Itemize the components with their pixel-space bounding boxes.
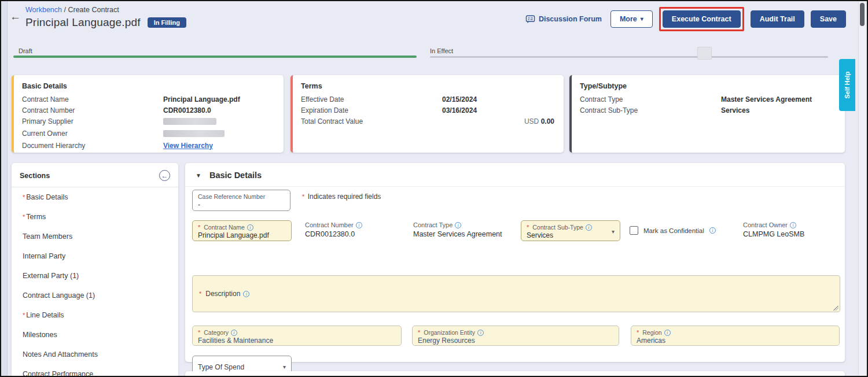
info-icon[interactable]: i — [709, 227, 716, 234]
info-icon[interactable]: i — [664, 330, 671, 336]
discussion-forum-button[interactable]: Discussion Forum — [525, 15, 602, 24]
info-icon[interactable]: i — [231, 330, 237, 336]
field-label: Contract Type — [580, 94, 721, 105]
card-title: Terms — [301, 82, 556, 90]
resize-handle[interactable] — [833, 305, 838, 311]
sidebar-item-external-party[interactable]: External Party (1) — [12, 266, 178, 286]
breadcrumb: Workbench / Create Contract — [25, 6, 119, 14]
field-label: Contract Number — [22, 105, 163, 116]
breadcrumb-workbench[interactable]: Workbench — [25, 6, 62, 14]
chevron-down-icon: ▾ — [612, 228, 615, 235]
page-title: Principal Language.pdf — [25, 16, 141, 29]
description-textarea[interactable]: * Description i — [192, 275, 840, 312]
mark-as-confidential-row: Mark as Confidential i — [630, 226, 716, 235]
app-window: ← Workbench / Create Contract Principal … — [0, 0, 868, 377]
self-help-tab[interactable]: Self Help — [839, 59, 855, 111]
field-label: Contract Sub-Type — [580, 105, 721, 116]
left-edge-strip — [1, 1, 8, 376]
field-label: Contract Name — [22, 94, 163, 105]
sidebar-item-basic-details[interactable]: * Basic Details — [12, 187, 178, 207]
caret-down-icon: ▼ — [196, 172, 201, 179]
progress-bar-in-effect — [430, 56, 828, 58]
basic-details-section: ▼ Basic Details Case Reference Number - … — [185, 163, 845, 362]
summary-card-basic-details: Basic Details Contract Name Principal La… — [12, 75, 284, 153]
field-label: Total Contract Value — [301, 116, 442, 127]
field-value: 02/15/2024 — [442, 94, 556, 105]
sidebar-item-team-members[interactable]: Team Members — [12, 227, 178, 246]
required-fields-note: * Indicates required fields — [302, 193, 381, 201]
sidebar-item-line-details[interactable]: * Line Details — [12, 305, 178, 325]
status-badge: In Filling — [148, 17, 186, 28]
field-label: Current Owner — [22, 128, 163, 141]
region-field[interactable]: * Region i Americas — [631, 326, 840, 346]
category-field[interactable]: * Category i Facilities & Maintenance — [192, 326, 402, 346]
progress-stage-handle[interactable] — [697, 47, 712, 60]
scrollbar-thumb[interactable] — [860, 3, 865, 26]
sidebar-item-contract-performance[interactable]: Contract Performance — [12, 364, 178, 377]
section-header-basic-details[interactable]: ▼ Basic Details — [185, 163, 845, 187]
contract-sub-type-dropdown[interactable]: * Contract Sub-Type i Services ▾ — [521, 220, 620, 241]
view-hierarchy-link[interactable]: View Hierarchy — [163, 141, 275, 151]
summary-card-terms: Terms Effective Date 02/15/2024 Expirati… — [290, 75, 564, 153]
sidebar-item-internal-party[interactable]: Internal Party — [12, 246, 178, 266]
audit-trail-button[interactable]: Audit Trail — [751, 10, 804, 28]
more-button[interactable]: More ▾ — [610, 10, 653, 28]
progress-bar-draft — [13, 56, 417, 58]
vertical-scrollbar[interactable] — [858, 1, 866, 376]
redacted-value — [163, 130, 225, 137]
info-icon[interactable]: i — [790, 222, 796, 228]
breadcrumb-current: Create Contract — [68, 6, 119, 14]
field-value: CDR0012380.0 — [163, 105, 275, 116]
chevron-down-icon: ▾ — [283, 364, 286, 370]
discussion-forum-label: Discussion Forum — [539, 15, 602, 23]
field-label: Expiration Date — [301, 105, 442, 116]
chat-bubble-icon — [525, 15, 535, 24]
field-label: Primary Supplier — [22, 116, 163, 128]
info-icon[interactable]: i — [455, 222, 461, 228]
contract-owner-readonly: Contract Owner i CLMPMG LeoSMB — [743, 221, 804, 238]
toolbar: Discussion Forum More ▾ Execute Contract… — [525, 6, 846, 32]
card-title: Basic Details — [22, 82, 275, 90]
terms-section: ▼ Terms — [185, 371, 845, 377]
back-arrow-icon[interactable]: ← — [10, 10, 21, 23]
chevron-down-icon: ▾ — [641, 16, 643, 22]
sidebar-item-terms[interactable]: * Terms — [12, 207, 178, 227]
contract-name-field[interactable]: * Contract Name i Principal Language.pdf — [192, 220, 292, 241]
field-label: Effective Date — [301, 94, 442, 105]
redacted-value — [163, 118, 216, 125]
section-header-terms[interactable]: ▼ Terms — [185, 371, 845, 377]
field-value: Services — [721, 105, 837, 116]
stage-label-draft: Draft — [19, 47, 32, 54]
field-value: Principal Language.pdf — [163, 94, 275, 105]
breadcrumb-separator: / — [64, 6, 65, 14]
info-icon[interactable]: i — [356, 222, 362, 228]
field-label: Document Hierarchy — [22, 141, 163, 151]
sections-panel-title: Sections — [20, 172, 50, 180]
field-value: Master Services Agreement — [721, 94, 837, 105]
card-title: Type/Subtype — [580, 82, 837, 90]
info-icon[interactable]: i — [243, 291, 249, 297]
save-button[interactable]: Save — [811, 10, 846, 28]
info-icon[interactable]: i — [477, 330, 484, 336]
confidential-checkbox[interactable] — [630, 226, 638, 235]
collapse-panel-icon[interactable]: ← — [159, 170, 170, 181]
field-value: 03/16/2024 — [442, 105, 556, 116]
annotation-highlight-box: Execute Contract — [659, 7, 744, 31]
total-contract-value: USD 0.00 — [442, 116, 556, 127]
info-icon[interactable]: i — [586, 224, 592, 231]
sidebar-item-milestones[interactable]: Milestones — [12, 325, 178, 345]
case-reference-number-field[interactable]: Case Reference Number - — [192, 190, 290, 211]
sidebar-item-contract-language[interactable]: Contract Language (1) — [12, 286, 178, 305]
stage-label-in-effect: In Effect — [430, 47, 453, 54]
summary-card-type-subtype: Type/Subtype Contract Type Master Servic… — [569, 75, 845, 153]
sidebar-item-notes-and-attachments[interactable]: Notes And Attachments — [12, 345, 178, 364]
execute-contract-button[interactable]: Execute Contract — [663, 10, 741, 28]
organization-entity-field[interactable]: * Organization Entity i Energy Resources — [412, 326, 619, 346]
info-icon[interactable]: i — [247, 224, 253, 231]
contract-number-readonly: Contract Number i CDR0012380.0 — [305, 221, 362, 238]
sections-panel: Sections ← * Basic Details * Terms Team … — [12, 163, 178, 377]
contract-type-readonly: Contract Type i Master Services Agreemen… — [413, 221, 502, 238]
